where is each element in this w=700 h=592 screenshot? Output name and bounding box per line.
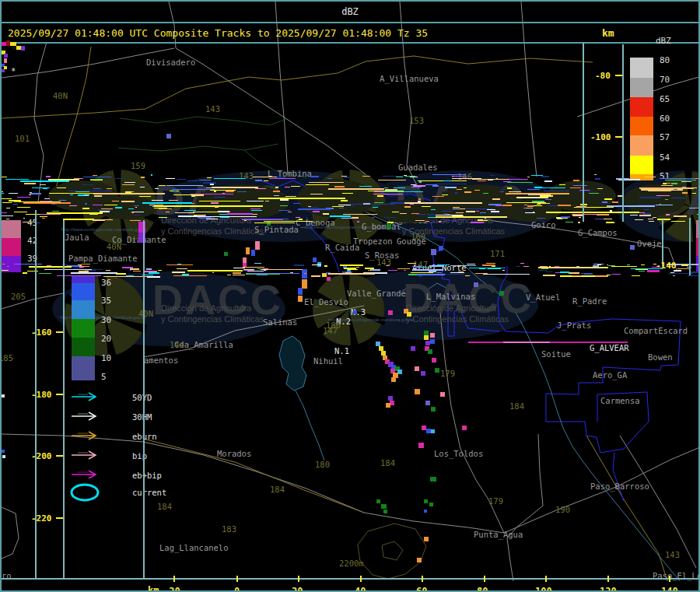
current-storm-ellipse-icon — [72, 485, 98, 500]
legend-arrows-svg — [2, 2, 700, 592]
radar-app-window: dBZ 2025/09/27 01:48:00 UTC Composite Tr… — [0, 0, 700, 592]
